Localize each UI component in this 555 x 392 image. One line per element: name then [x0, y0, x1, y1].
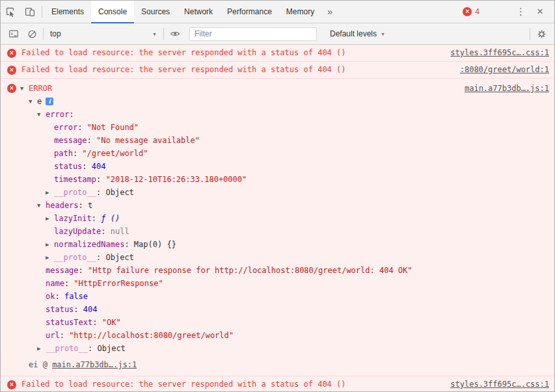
property-plain: :	[87, 136, 96, 145]
kebab-menu-icon[interactable]: ⋮	[516, 6, 528, 18]
property-key: statusText	[46, 318, 92, 327]
property-plain: :	[92, 214, 101, 223]
expand-icon[interactable]: ▶	[37, 345, 46, 352]
object-tree-row[interactable]: ▶__proto__: Object	[1, 342, 554, 355]
object-tree-row[interactable]: ▼headers: t	[1, 199, 554, 212]
property-plain: :	[88, 344, 97, 353]
collapse-icon[interactable]: ▼	[37, 202, 46, 209]
object-tree-row[interactable]: error: "Not Found"	[1, 121, 554, 134]
object-tree-row[interactable]: status: 404	[1, 160, 554, 173]
property-key: status	[54, 162, 82, 171]
property-keym: __proto__	[54, 253, 96, 262]
console-error-message: ×Failed to load resource: the server res…	[1, 376, 554, 391]
console-messages: ×Failed to load resource: the server res…	[1, 45, 554, 391]
live-expression-eye-icon[interactable]	[166, 26, 184, 42]
property-bool: false	[64, 292, 88, 301]
property-plain: :	[96, 175, 105, 184]
log-levels-dropdown[interactable]: Default levels ▼	[326, 27, 389, 41]
error-count[interactable]: 4	[475, 7, 480, 16]
object-tree-row[interactable]: ▶normalizedNames: Map(0) {}	[1, 238, 554, 251]
tab-sources[interactable]: Sources	[134, 1, 177, 23]
gear-icon[interactable]	[532, 26, 550, 42]
tab-console[interactable]: Console	[91, 1, 134, 23]
tab-performance[interactable]: Performance	[220, 1, 279, 23]
property-plain: :	[73, 149, 82, 158]
property-err: ERROR	[29, 84, 52, 93]
log-levels-label: Default levels	[330, 29, 377, 38]
expand-icon[interactable]: ▶	[46, 254, 54, 261]
object-tree-row[interactable]: ▶lazyInit: ƒ ()	[1, 212, 554, 225]
property-str: "OK"	[102, 318, 121, 327]
object-tree-row[interactable]: ok: false	[1, 290, 554, 303]
object-tree-row[interactable]: ▼ei	[1, 95, 554, 108]
property-plain: Object	[105, 253, 133, 262]
error-icon: ×	[7, 49, 16, 58]
property-str: "2018-12-10T16:26:33.180+0000"	[105, 175, 247, 184]
clear-console-icon[interactable]	[23, 26, 41, 42]
object-tree-row[interactable]: ▶__proto__: Object	[1, 186, 554, 199]
tab-memory[interactable]: Memory	[279, 1, 321, 23]
device-toolbar-icon[interactable]	[20, 1, 40, 23]
inspect-element-icon[interactable]	[1, 1, 20, 23]
object-tree-row[interactable]: name: "HttpErrorResponse"	[1, 277, 554, 290]
property-key: error	[46, 110, 69, 119]
stack-trace-line: ei @ main.a77b3db….js:1	[1, 358, 554, 371]
object-tree-row[interactable]: url: "http://localhost:8080/greet/world"	[1, 329, 554, 342]
message-source: styles.3ff695c….css:1	[442, 379, 549, 390]
resource-link[interactable]: main.a77b3db….js:1	[465, 84, 549, 93]
toolbar-separator	[42, 6, 42, 18]
toolbar-separator	[530, 28, 530, 40]
resource-link[interactable]: styles.3ff695c….css:1	[450, 48, 549, 57]
object-tree-row[interactable]: path: "/greet/world"	[1, 147, 554, 160]
property-key: message	[46, 266, 79, 275]
object-tree-row[interactable]: ▶__proto__: Object	[1, 251, 554, 264]
property-key: lazyUpdate	[54, 227, 101, 236]
object-tree-row[interactable]: ▼error:	[1, 108, 554, 121]
collapse-icon[interactable]: ▼	[37, 111, 46, 118]
message-source: main.a77b3db….js:1	[465, 84, 554, 93]
object-tree-row[interactable]: lazyUpdate: null	[1, 225, 554, 238]
property-plain: :	[96, 253, 105, 262]
tab-elements[interactable]: Elements	[44, 1, 91, 23]
tab-network[interactable]: Network	[177, 1, 220, 23]
property-null: null	[111, 227, 129, 236]
more-tabs-button[interactable]: »	[321, 1, 338, 23]
filter-input[interactable]	[189, 27, 317, 41]
console-error-message: ×Failed to load resource: the server res…	[1, 62, 554, 79]
object-tree-row[interactable]: message: "No message available"	[1, 134, 554, 147]
console-error-object: ×▼ERRORmain.a77b3db….js:1▼ei▼error:error…	[1, 79, 554, 376]
property-plain: :	[92, 318, 102, 327]
console-toolbar-right	[528, 26, 550, 42]
resource-link[interactable]: main.a77b3db….js:1	[52, 360, 137, 369]
collapse-icon[interactable]: ▼	[29, 98, 37, 105]
tabs: ElementsConsoleSourcesNetworkPerformance…	[44, 1, 321, 23]
property-plain: :	[74, 305, 83, 314]
collapse-icon[interactable]: ▼	[20, 85, 29, 92]
expand-icon[interactable]: ▶	[46, 189, 54, 196]
object-tree-row[interactable]: status: 404	[1, 303, 554, 316]
frame-context-selector[interactable]: top ▼	[46, 27, 161, 41]
expand-icon[interactable]: ▶	[46, 241, 54, 248]
property-plain: e	[37, 97, 42, 106]
property-plain: :	[79, 266, 88, 275]
resource-link[interactable]: :8080/greet/world:1	[460, 65, 549, 74]
stack-function-name: ei @	[29, 360, 52, 369]
chevron-down-icon: ▼	[152, 32, 157, 36]
property-key: ok	[46, 292, 55, 301]
property-key: lazyInit	[54, 214, 92, 223]
resource-link[interactable]: styles.3ff695c….css:1	[450, 380, 549, 389]
property-key: error	[54, 123, 77, 132]
console-sidebar-icon[interactable]	[5, 26, 23, 42]
property-str: "Http failure response for http://localh…	[88, 266, 413, 275]
property-str: "HttpErrorResponse"	[74, 279, 163, 288]
property-plain: Object	[105, 188, 133, 197]
object-tree-row[interactable]: ▼ERRORmain.a77b3db….js:1	[1, 82, 554, 95]
expand-icon[interactable]: ▶	[46, 215, 54, 222]
close-icon[interactable]: ×	[537, 5, 548, 18]
object-tree-row[interactable]: timestamp: "2018-12-10T16:26:33.180+0000…	[1, 173, 554, 186]
property-str: "No message available"	[96, 136, 200, 145]
object-tree-row[interactable]: statusText: "OK"	[1, 316, 554, 329]
object-tree-row[interactable]: message: "Http failure response for http…	[1, 264, 554, 277]
property-key: timestamp	[54, 175, 96, 184]
property-plain: :	[79, 201, 88, 210]
